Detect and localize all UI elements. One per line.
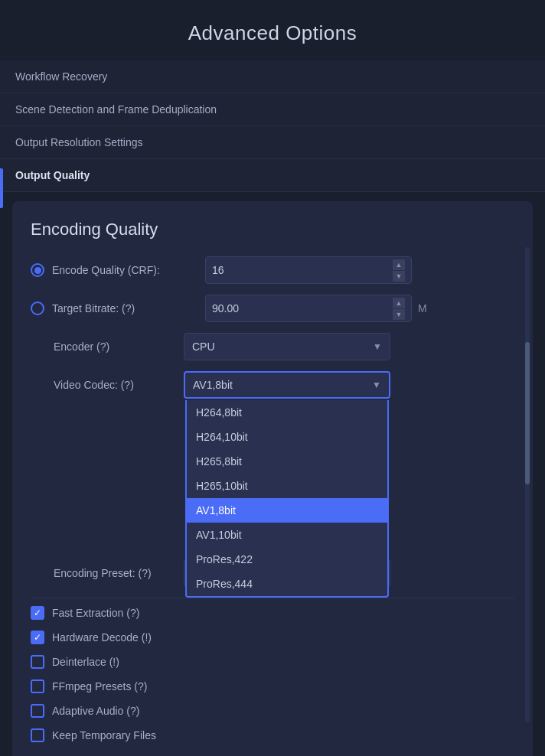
codec-option-h265-8bit[interactable]: H265,8bit	[187, 449, 387, 474]
encoder-value: CPU	[192, 341, 373, 353]
section-scene-detection[interactable]: Scene Detection and Frame Deduplication	[0, 93, 545, 126]
encoder-label: Encoder (?)	[31, 341, 184, 353]
section-scene-detection-label: Scene Detection and Frame Deduplication	[15, 103, 217, 116]
encode-quality-arrows: ▲ ▼	[393, 259, 405, 282]
video-codec-dropdown[interactable]: AV1,8bit ▼ H264,8bit H264,10bit H265,8bi…	[184, 371, 390, 399]
deinterlace-row: Deinterlace (!)	[31, 655, 514, 669]
deinterlace-label: Deinterlace (!)	[52, 656, 205, 668]
divider-1	[31, 598, 514, 598]
video-codec-row: Video Codec: (?) AV1,8bit ▼ H264,8bit H2…	[31, 371, 514, 399]
encode-quality-row: Encode Quality (CRF): 16 ▲ ▼	[31, 256, 514, 284]
hardware-decode-checkbox[interactable]	[31, 631, 44, 644]
fast-extraction-checkbox[interactable]	[31, 606, 44, 620]
encoder-row: Encoder (?) CPU ▼	[31, 333, 514, 360]
fast-extraction-row: Fast Extraction (?)	[31, 606, 514, 620]
encoder-dropdown[interactable]: CPU ▼	[184, 333, 390, 360]
fast-extraction-label: Fast Extraction (?)	[52, 607, 205, 619]
section-output-resolution-label: Output Resolution Settings	[15, 136, 143, 148]
section-output-quality-label: Output Quality	[15, 169, 90, 181]
target-bitrate-value: 90.00	[212, 302, 393, 314]
ffmpeg-presets-row: FFmpeg Presets (?)	[31, 679, 514, 693]
hardware-decode-label: Hardware Decode (!)	[52, 631, 205, 644]
section-output-quality[interactable]: Output Quality	[0, 159, 545, 192]
encode-quality-spinbox[interactable]: 16 ▲ ▼	[205, 256, 412, 284]
video-codec-dropdown-arrow: ▼	[372, 380, 381, 390]
codec-option-av1-10bit[interactable]: AV1,10bit	[187, 523, 387, 547]
video-codec-dropdown-list: H264,8bit H264,10bit H265,8bit H265,10bi…	[185, 400, 389, 598]
codec-option-prores-444[interactable]: ProRes,444	[187, 572, 387, 596]
scrollbar[interactable]	[525, 247, 530, 722]
encoding-quality-title: Encoding Quality	[31, 220, 514, 240]
ffmpeg-presets-label: FFmpeg Presets (?)	[52, 680, 205, 692]
section-workflow-recovery[interactable]: Workflow Recovery	[0, 60, 545, 93]
page-title: Advanced Options	[0, 0, 545, 60]
bitrate-unit: M	[418, 302, 427, 314]
codec-option-av1-8bit[interactable]: AV1,8bit	[187, 498, 387, 523]
target-bitrate-up[interactable]: ▲	[393, 298, 405, 308]
scroll-thumb	[525, 342, 530, 484]
encoding-quality-panel: Encoding Quality Encode Quality (CRF): 1…	[12, 201, 533, 756]
codec-option-h264-10bit[interactable]: H264,10bit	[187, 425, 387, 449]
target-bitrate-arrows: ▲ ▼	[393, 298, 405, 320]
codec-option-h264-8bit[interactable]: H264,8bit	[187, 400, 387, 425]
deinterlace-checkbox[interactable]	[31, 655, 44, 669]
section-workflow-recovery-label: Workflow Recovery	[15, 70, 107, 83]
video-codec-value: AV1,8bit	[193, 379, 372, 391]
adaptive-audio-row: Adaptive Audio (?)	[31, 704, 514, 718]
sidebar-accent	[0, 168, 3, 208]
target-bitrate-row: Target Bitrate: (?) 90.00 ▲ ▼ M	[31, 295, 514, 322]
target-bitrate-down[interactable]: ▼	[393, 309, 405, 320]
encode-quality-down[interactable]: ▼	[393, 271, 405, 282]
encode-quality-label: Encode Quality (CRF):	[52, 264, 205, 276]
keep-temp-row: Keep Temporary Files	[31, 728, 514, 742]
keep-temp-checkbox[interactable]	[31, 728, 44, 742]
hardware-decode-row: Hardware Decode (!)	[31, 631, 514, 644]
codec-option-h265-10bit[interactable]: H265,10bit	[187, 474, 387, 498]
encode-quality-radio[interactable]	[31, 263, 44, 277]
codec-option-prores-422[interactable]: ProRes,422	[187, 547, 387, 572]
encoding-preset-label: Encoding Preset: (?)	[31, 567, 184, 579]
encode-quality-up[interactable]: ▲	[393, 259, 405, 270]
adaptive-audio-checkbox[interactable]	[31, 704, 44, 718]
encoder-dropdown-arrow: ▼	[373, 341, 382, 352]
target-bitrate-radio[interactable]	[31, 301, 44, 315]
ffmpeg-presets-checkbox[interactable]	[31, 679, 44, 693]
keep-temp-label: Keep Temporary Files	[52, 729, 205, 741]
target-bitrate-label: Target Bitrate: (?)	[52, 302, 205, 314]
section-output-resolution[interactable]: Output Resolution Settings	[0, 126, 545, 159]
adaptive-audio-label: Adaptive Audio (?)	[52, 705, 205, 717]
encode-quality-value: 16	[212, 264, 393, 276]
video-codec-label: Video Codec: (?)	[31, 379, 184, 391]
target-bitrate-spinbox[interactable]: 90.00 ▲ ▼	[205, 295, 412, 322]
